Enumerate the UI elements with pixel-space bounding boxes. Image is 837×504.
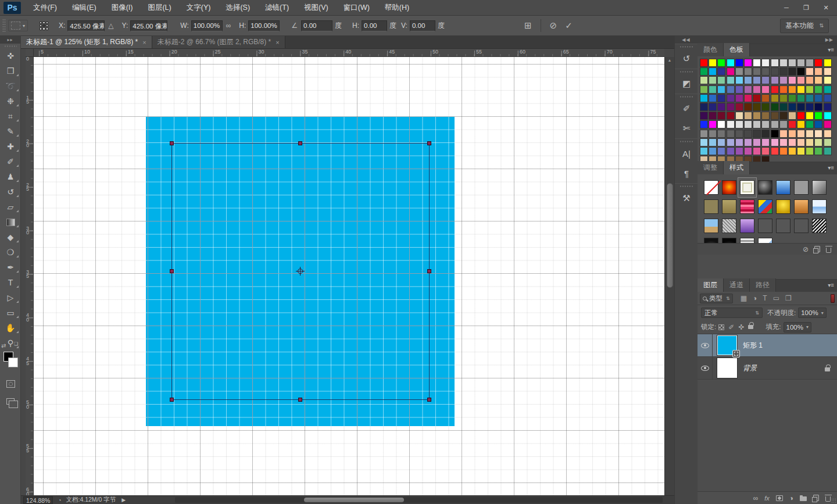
filter-adjustment-icon[interactable]: ◑ [753, 294, 757, 302]
x-position-field[interactable]: 425.50 像素 [67, 20, 105, 31]
style-item-17[interactable] [738, 216, 756, 235]
color-swatch[interactable] [727, 138, 735, 146]
background-color-swatch[interactable] [8, 358, 18, 367]
menu-item-2[interactable]: 图像(I) [104, 0, 141, 15]
color-swatch[interactable] [788, 59, 796, 67]
color-swatch[interactable] [744, 147, 752, 155]
color-swatch[interactable] [717, 103, 725, 111]
menu-item-9[interactable]: 帮助(H) [377, 0, 417, 15]
brush-tool[interactable]: ✐ [0, 154, 21, 169]
color-swatch[interactable] [814, 76, 822, 84]
color-swatch[interactable] [744, 59, 752, 67]
filter-pixel-icon[interactable]: ▦ [741, 294, 747, 302]
move-tool[interactable]: ✜ [0, 48, 21, 63]
character-panel-icon[interactable]: A| [675, 144, 698, 163]
color-swatch[interactable] [727, 120, 735, 128]
color-swatch[interactable] [761, 130, 770, 138]
style-item-11[interactable] [756, 197, 774, 216]
vertical-ruler[interactable]: 1015202530354045505560 [26, 57, 34, 495]
color-swatch[interactable] [824, 138, 832, 146]
styles-tab-1[interactable]: 样式 [724, 161, 750, 174]
close-tab-icon[interactable]: × [142, 39, 146, 46]
color-swatch[interactable] [814, 94, 822, 102]
color-swatch[interactable] [771, 85, 779, 94]
color-swatch[interactable] [824, 112, 832, 120]
blend-mode-select[interactable]: 正常 ⇅ [701, 308, 763, 318]
color-swatch[interactable] [735, 103, 743, 111]
color-swatch[interactable] [771, 94, 779, 102]
dock-expand-button[interactable]: ◀◀ [675, 36, 698, 44]
tool-presets-panel-icon[interactable]: ⚒ [675, 188, 698, 208]
color-swatch[interactable] [788, 103, 796, 111]
close-tab-icon[interactable]: × [276, 39, 279, 46]
color-swatch[interactable] [717, 67, 725, 76]
color-swatch[interactable] [771, 103, 779, 111]
color-swatch[interactable] [779, 147, 788, 155]
color-swatch[interactable] [779, 138, 788, 146]
quick-selection-tool[interactable]: ❉ [0, 94, 21, 109]
color-swatch[interactable] [806, 138, 814, 146]
paragraph-panel-icon[interactable]: ¶ [675, 163, 698, 183]
transform-reference-point[interactable] [298, 269, 303, 274]
minimize-button[interactable]: ─ [778, 2, 795, 13]
filter-smartobject-icon[interactable]: ❐ [785, 294, 792, 302]
lock-position-icon[interactable]: ✜ [738, 323, 744, 331]
color-swatch[interactable] [814, 138, 822, 146]
color-swatch[interactable] [735, 147, 743, 155]
color-swatch[interactable] [806, 130, 814, 138]
color-swatch[interactable] [771, 130, 779, 138]
color-swatch[interactable] [735, 112, 743, 120]
color-swatch[interactable] [824, 147, 832, 155]
transform-handle-bottom-middle[interactable] [298, 398, 302, 402]
color-swatch[interactable] [814, 120, 822, 128]
scroll-up-icon[interactable]: ▲ [665, 58, 674, 62]
opacity-field[interactable]: 100% ▾ [798, 308, 826, 318]
quick-mask-button[interactable] [0, 376, 21, 391]
color-swatch[interactable] [735, 85, 743, 94]
layer-row-1[interactable]: 矩形 1 [698, 334, 837, 357]
workspace-switcher[interactable]: 基本功能 ⇅ [780, 19, 829, 33]
color-swatch[interactable] [814, 147, 822, 155]
properties-panel-icon[interactable]: ◩ [675, 74, 698, 94]
fill-field[interactable]: 100% ▾ [784, 322, 811, 333]
color-swatch[interactable] [779, 59, 788, 67]
color-swatch[interactable] [771, 112, 779, 120]
menu-item-1[interactable]: 编辑(E) [65, 0, 104, 15]
color-swatch[interactable] [744, 112, 752, 120]
color-swatch[interactable] [806, 120, 814, 128]
color-swatch[interactable] [771, 147, 779, 155]
layers-menu-icon[interactable]: ▾≡ [828, 282, 834, 288]
color-swatch[interactable] [797, 59, 805, 67]
color-swatch[interactable] [806, 76, 814, 84]
canvas[interactable] [34, 57, 664, 495]
clone-stamp-tool[interactable]: ♟ [0, 169, 21, 184]
color-swatch[interactable] [788, 76, 796, 84]
lock-pixels-icon[interactable]: ✐ [728, 323, 734, 331]
brush-panel-icon[interactable]: ✐ [675, 99, 698, 119]
style-item-2[interactable] [720, 178, 738, 197]
color-swatch[interactable] [717, 130, 725, 138]
swatches-tab-0[interactable]: 颜色 [698, 43, 724, 56]
color-swatch[interactable] [779, 130, 788, 138]
horizontal-scrollbar[interactable] [175, 497, 663, 503]
color-swatch[interactable] [761, 59, 770, 67]
style-item-4[interactable] [756, 178, 774, 197]
color-swatch[interactable] [700, 85, 708, 94]
commit-transform-icon[interactable]: ✓ [565, 20, 573, 31]
color-swatch[interactable] [797, 85, 805, 94]
styles-menu-icon[interactable]: ▾≡ [828, 165, 834, 171]
dodge-tool[interactable]: ❍ [0, 245, 21, 260]
color-swatch[interactable] [797, 103, 805, 111]
color-swatch[interactable] [700, 130, 708, 138]
color-swatch[interactable] [761, 147, 770, 155]
color-swatch[interactable] [753, 94, 761, 102]
height-scale-field[interactable]: 100.00% [248, 20, 280, 31]
style-item-8[interactable] [702, 197, 720, 216]
color-swatch[interactable] [709, 147, 717, 155]
style-item-21[interactable] [810, 216, 828, 235]
new-style-button[interactable] [814, 246, 820, 252]
style-item-12[interactable] [774, 197, 792, 216]
color-swatch[interactable] [779, 120, 788, 128]
color-swatch[interactable] [814, 59, 822, 67]
color-swatch[interactable] [806, 103, 814, 111]
